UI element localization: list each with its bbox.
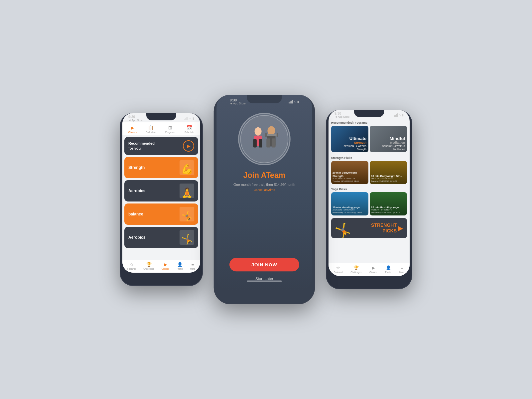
bnav-featured-icon-right: ☆ [336,265,340,270]
wifi-icon-center: ∿ [294,100,296,103]
notch-right [354,110,384,117]
promo-arrow-icon: ▶ [398,224,403,232]
recommended-programs-title: Recommended Programs [329,119,410,126]
svg-point-5 [267,126,275,135]
bnav-featured-right[interactable]: ☆ Featured [334,265,342,273]
program-ultimate-title: Ultimate [349,136,366,141]
program-mindful-subtitle: Meditation [390,141,405,144]
sp2-date: Tuesday 13/10/2020 @ 10:00 [371,180,406,183]
strength-picks-row: 20 min Bodyweight Strength ALEX HUP · ST… [329,161,410,186]
bnav-profile-left[interactable]: 👤 Profile [177,262,183,270]
wifi-icon-left: ∿ [189,117,192,120]
phones-container: 9:30 ◄ App Store ∿ ▮ ▶ Clas [0,80,532,319]
time-center: 9:30 [230,98,246,102]
join-title: Join ATeam [243,171,286,180]
program-ultimate-subtitle: Strength [354,141,366,144]
yp1-date: Wednesday 13/10/2020 @ 19:00 [332,211,367,214]
nav-classes[interactable]: ▶ Classes [128,125,137,133]
sp2-title: 30 min Bodyweight Str... [371,175,406,178]
svg-rect-7 [266,138,270,147]
svg-rect-11 [277,133,278,137]
time-left: 9:30 [128,115,143,119]
bottom-nav-right: ☆ Featured 🏆 Challenges ▶ Classes 👤 Prof… [329,263,410,276]
programs-row: Ultimate Strength SESSION · 4 WEEKS Stre… [329,126,410,154]
battery-icon-right: ▮ [402,113,404,117]
cancel-text: Cancel anytime [253,188,275,192]
time-right: 9:30 [334,112,349,115]
yp2-date: Wednesday 13/10/2020 @ 10:00 [371,211,406,214]
bnav-classes-right[interactable]: ▶ Classes [369,265,377,273]
battery-icon-center: ▮ [297,100,299,104]
start-later-link[interactable]: Start Later [255,276,273,281]
bnav-challenges-icon-right: 🏆 [353,265,359,270]
bnav-profile-right[interactable]: 👤 Profile [385,265,391,273]
sp1-title: 20 min Bodyweight Strength [332,171,367,178]
phone-left: 9:30 ◄ App Store ∿ ▮ ▶ Clas [120,113,203,286]
sp1-date: Tuesday 13/10/2020 @ 19:00 [332,180,367,183]
bnav-challenges-icon-left: 🏆 [146,262,152,267]
nav-schedule-icon: 📅 [187,125,192,130]
nav-schedule[interactable]: 📅 Schedule [185,125,194,133]
strength-picks-title: Strength Picks [329,154,410,161]
status-icons-right: ∿ ▮ [394,113,404,117]
promo-figure: 🤸 [334,222,351,238]
program-ultimate-session: SESSION · 4 WEEKS [344,145,366,147]
bnav-challenges-right[interactable]: 🏆 Challenges [350,265,361,273]
bnav-classes-left[interactable]: ▶ Classes [162,262,169,270]
store-left: ◄ App Store [128,119,143,122]
notch-center [247,95,282,103]
strength-pick-1[interactable]: 20 min Bodyweight Strength ALEX HUP · ST… [331,161,368,184]
status-icons-center: ∿ ▮ [289,100,299,104]
sp2-instructor: PULE PAX · STRENGTH [371,178,406,180]
phone-center: 9:30 ◄ App Store ∿ ▮ [214,95,315,304]
recommended-card[interactable]: Recommended for you ▶ [124,137,198,155]
yp2-title: 20 min flexibility yoga [371,206,406,209]
signal-icon-right [394,113,398,117]
svg-rect-4 [259,139,262,147]
program-mindful[interactable]: Mindful Meditation SESSION · 4 WEEKS Med… [370,126,407,152]
yp2-instructor: ROBERT · STRENGTH [371,209,406,211]
bnav-profile-icon-right: 👤 [386,265,391,270]
join-now-button[interactable]: JOIN NOW [229,258,299,271]
strength-figure: 💪 [180,160,194,175]
nav-programs[interactable]: ⊞ Programs [165,125,175,133]
svg-point-1 [255,127,262,136]
wifi-icon-right: ∿ [399,114,401,117]
top-nav-left: ▶ Classes 📋 Collection ⊞ Programs 📅 Sche… [122,122,200,135]
strength-pick-2[interactable]: 30 min Bodyweight Str... PULE PAX · STRE… [370,161,407,184]
svg-rect-8 [272,138,276,147]
bnav-challenges-left[interactable]: 🏆 Challenges [143,262,154,270]
yoga-pick-2[interactable]: 20 min flexibility yoga ROBERT · STRENGT… [370,192,407,215]
program-mindful-type: Meditation [393,148,405,150]
recommended-title: Recommended for you [128,141,155,151]
yoga-picks-row: 10 min standing yoga JACKSON · STRENGTH … [329,192,410,217]
promo-text: STRENGHT PICKS [371,222,397,234]
screen-center: 9:30 ◄ App Store ∿ ▮ [216,95,312,290]
yoga-pick-1[interactable]: 10 min standing yoga JACKSON · STRENGTH … [331,192,368,215]
signal-icon-center [289,100,293,104]
bnav-more-right[interactable]: ≡ More [399,265,404,273]
battery-icon-left: ▮ [193,117,194,120]
bnav-classes-icon-left: ▶ [164,262,167,267]
class-card-strength[interactable]: Strength 💪 [124,157,198,178]
sp1-instructor: ALEX HUP · STRENGTH [332,178,367,180]
class-card-aerobics2[interactable]: Aerobics 🤸 [124,227,198,248]
bottom-nav-left: ☆ Featured 🏆 Challenges ▶ Classes 👤 Prof… [122,260,200,273]
class-card-balance[interactable]: balance 🤸 [124,203,198,225]
program-ultimate[interactable]: Ultimate Strength SESSION · 4 WEEKS Stre… [331,126,368,152]
class-card-aerobics[interactable]: Aerobics 🧘 [124,180,198,201]
play-button[interactable]: ▶ [183,140,194,152]
strength-promo-banner[interactable]: 🤸 STRENGHT PICKS ▶ [331,218,407,238]
bnav-classes-icon-right: ▶ [372,265,375,270]
nav-collection[interactable]: 📋 Collection [146,125,156,133]
nav-collection-icon: 📋 [148,125,154,130]
signal-icon-left [185,117,188,120]
screen-left: 9:30 ◄ App Store ∿ ▮ ▶ Clas [122,113,200,273]
screen-right: 9:30 ◄ App Store ∿ ▮ Recommended Program… [329,110,410,276]
bnav-featured-icon-left: ☆ [130,262,134,267]
home-indicator [247,281,282,282]
bnav-featured-left[interactable]: ☆ Featured [127,262,136,270]
svg-point-0 [241,115,288,163]
notch-left [146,113,176,120]
bnav-more-left[interactable]: ≡ More [190,262,195,270]
